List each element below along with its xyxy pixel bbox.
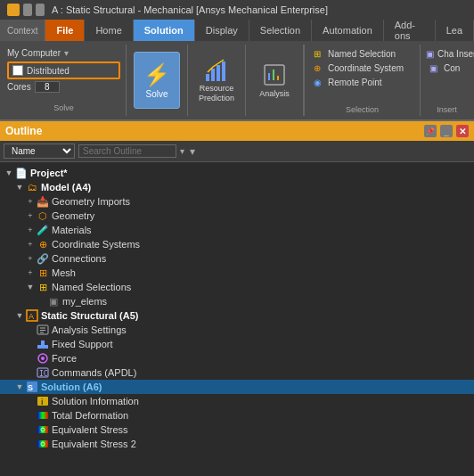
analysis-icon <box>262 62 287 89</box>
cores-input[interactable] <box>35 81 60 93</box>
tree-item-solution[interactable]: ▼ S Solution (A6) <box>0 380 474 394</box>
coord-icon: ⊕ <box>36 238 50 250</box>
expand-project[interactable]: ▼ <box>4 168 14 178</box>
geometry-label: Geometry <box>52 210 94 221</box>
distributed-checkbox[interactable] <box>12 65 23 76</box>
outline-minimize-button[interactable]: _ <box>440 125 453 137</box>
expand-materials[interactable]: + <box>25 225 36 235</box>
insert-con2-item[interactable]: ▣ Con <box>424 61 470 75</box>
tree-item-equiv-stress[interactable]: · Equivalent Stress <box>0 423 474 437</box>
expand-force: · <box>25 353 36 364</box>
insert-con2-icon: ▣ <box>426 62 440 74</box>
outline-close-button[interactable]: ✕ <box>456 125 469 137</box>
resource-pred-icon <box>203 57 230 84</box>
svg-rect-25 <box>37 426 48 433</box>
tree-item-my-elems[interactable]: · ▣ my_elems <box>0 294 474 308</box>
tree-item-model[interactable]: ▼ 🗂 Model (A4) <box>0 180 474 194</box>
tab-home[interactable]: Home <box>85 20 133 41</box>
expand-equiv-stress: · <box>25 424 36 435</box>
insert-con-label: Cha Insert <box>437 49 474 59</box>
resource-prediction-button[interactable]: ResourcePrediction <box>193 52 240 109</box>
selection-group-label: Selection <box>308 103 416 114</box>
tree-item-analysis-settings[interactable]: · Analysis Settings <box>0 323 474 337</box>
tree-item-coord-systems[interactable]: + ⊕ Coordinate Systems <box>0 237 474 251</box>
outline-pin-button[interactable]: 📌 <box>424 125 437 137</box>
tree-item-static-structural[interactable]: ▼ A Static Structural (A5) <box>0 308 474 323</box>
analysis-button[interactable]: Analysis <box>251 52 298 109</box>
geom-imports-icon: 📥 <box>36 195 50 208</box>
geom-imports-label: Geometry Imports <box>52 196 130 207</box>
tree-item-connections[interactable]: + 🔗 Connections <box>0 251 474 266</box>
tree-item-project[interactable]: ▼ 📄 Project* <box>0 166 474 180</box>
solve-button[interactable]: ⚡ Solve <box>134 52 180 109</box>
total-deform-icon <box>36 409 50 422</box>
expand-my-elems: · <box>36 296 46 307</box>
apdl-label: Commands (APDL) <box>52 367 136 378</box>
tree-item-commands-apdl[interactable]: · IC Commands (APDL) <box>0 365 474 380</box>
svg-rect-24 <box>37 412 48 419</box>
tab-addons[interactable]: Add-ons <box>384 20 436 41</box>
expand-apdl: · <box>25 367 36 378</box>
tree: ▼ 📄 Project* ▼ 🗂 Model (A4) + 📥 Geometry… <box>0 162 474 476</box>
project-label: Project* <box>30 168 68 178</box>
expand-solution[interactable]: ▼ <box>14 382 25 392</box>
expand-coord[interactable]: + <box>25 239 36 250</box>
tree-item-solution-info[interactable]: · i Solution Information <box>0 394 474 408</box>
tree-item-named-selections[interactable]: ▼ ⊞ Named Selections <box>0 280 474 294</box>
svg-rect-0 <box>206 74 209 81</box>
insert-con-item[interactable]: ▣ Cha Insert <box>424 46 470 61</box>
project-icon: 📄 <box>14 167 29 179</box>
force-svg <box>37 352 49 365</box>
tree-item-geom-imports[interactable]: + 📥 Geometry Imports <box>0 194 474 209</box>
expand-connections[interactable]: + <box>25 253 36 264</box>
apdl-icon: IC <box>36 366 50 379</box>
name-dropdown[interactable]: Name <box>4 144 75 159</box>
expand-mesh[interactable]: + <box>25 267 36 278</box>
solution-label: Solution (A6) <box>41 382 102 392</box>
insert-con2-label: Con <box>444 63 460 73</box>
mesh-icon: ⊞ <box>36 267 50 279</box>
resource-pred-svg <box>204 58 229 83</box>
expand-geometry[interactable]: + <box>25 210 36 221</box>
named-selection-item[interactable]: ⊞ Named Selection <box>308 46 416 61</box>
tab-selection[interactable]: Selection <box>249 20 312 41</box>
tree-item-fixed-support[interactable]: · Fixed Support <box>0 337 474 351</box>
search-input[interactable] <box>78 144 176 158</box>
tree-item-total-deform[interactable]: · Total Deformation <box>0 408 474 423</box>
analysis-settings-label: Analysis Settings <box>52 324 127 335</box>
analysis-label: Analysis <box>259 89 290 98</box>
coordinate-system-item[interactable]: ⊕ Coordinate System <box>308 61 416 75</box>
sol-info-svg: i <box>37 395 49 407</box>
svg-rect-1 <box>211 69 215 81</box>
expand-static[interactable]: ▼ <box>14 310 25 321</box>
tab-solution[interactable]: Solution <box>134 20 195 41</box>
search-dropdown-arrow[interactable]: ▾ <box>180 146 184 156</box>
tab-display[interactable]: Display <box>195 20 249 41</box>
outline-options-button[interactable]: ▾ <box>190 145 195 158</box>
computer-dropdown-arrow[interactable]: ▾ <box>64 48 69 58</box>
coordinate-system-label: Coordinate System <box>328 63 404 73</box>
my-elems-icon: ▣ <box>46 295 61 308</box>
tab-lea[interactable]: Lea <box>436 20 474 41</box>
expand-analysis-settings: · <box>25 324 36 335</box>
expand-model[interactable]: ▼ <box>14 182 25 193</box>
tab-file[interactable]: File <box>45 20 85 41</box>
expand-geom-imports[interactable]: + <box>25 196 36 207</box>
expand-named-sel[interactable]: ▼ <box>25 282 36 292</box>
context-tab[interactable]: Context <box>0 20 45 41</box>
tab-automation[interactable]: Automation <box>312 20 384 41</box>
tree-item-geometry[interactable]: + ⬡ Geometry <box>0 209 474 223</box>
computer-group: My Computer ▾ Distributed Cores Solve <box>2 45 127 116</box>
tree-item-materials[interactable]: + 🧪 Materials <box>0 223 474 237</box>
equiv-stress2-icon <box>36 438 50 450</box>
tree-item-force[interactable]: · Force <box>0 351 474 365</box>
svg-text:A: A <box>29 312 34 321</box>
distributed-checkbox-group[interactable]: Distributed <box>7 62 120 79</box>
remote-point-item[interactable]: ◉ Remote Point <box>308 75 416 89</box>
insert-con-icon: ▣ <box>426 47 434 60</box>
fixed-support-icon <box>36 338 50 350</box>
named-sel-icon: ⊞ <box>36 281 50 293</box>
tree-item-mesh[interactable]: + ⊞ Mesh <box>0 266 474 280</box>
distributed-label: Distributed <box>27 66 69 76</box>
tree-item-equiv-stress2[interactable]: · Equivalent Stress 2 <box>0 437 474 451</box>
